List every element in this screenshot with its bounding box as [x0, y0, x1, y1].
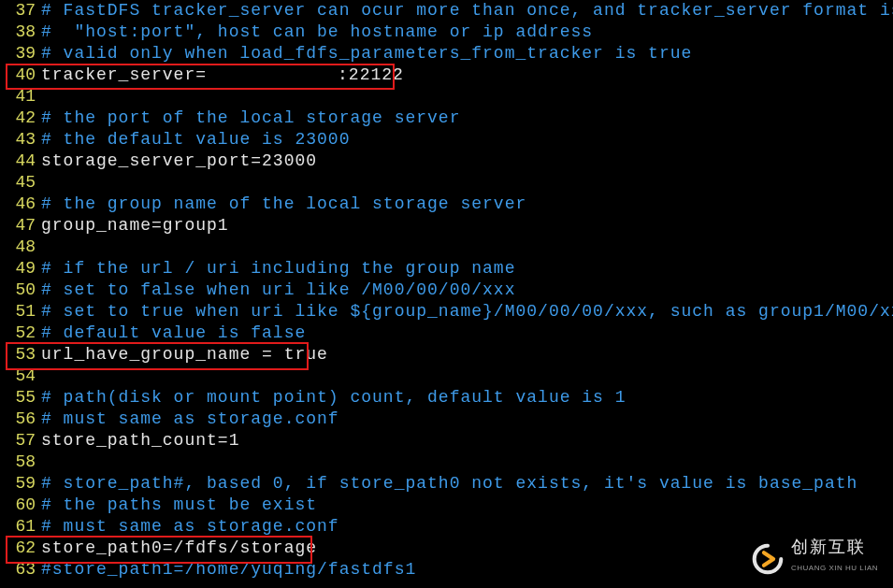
- code-content: # if the url / uri including the group n…: [41, 258, 515, 280]
- code-line: 59# store_path#, based 0, if store_path0…: [0, 473, 893, 495]
- line-number: 40: [0, 65, 41, 86]
- code-content: # default value is false: [41, 323, 306, 344]
- code-content: group_name=group1: [41, 215, 229, 237]
- code-line: 57store_path_count=1: [0, 430, 893, 452]
- code-line: 49# if the url / uri including the group…: [0, 258, 893, 280]
- line-number: 42: [0, 108, 41, 129]
- line-number: 63: [0, 559, 41, 581]
- redacted-block: [207, 69, 338, 86]
- code-line: 48: [0, 237, 893, 258]
- code-line: 39# valid only when load_fdfs_parameters…: [0, 43, 893, 65]
- line-number: 51: [0, 301, 41, 323]
- line-number: 62: [0, 538, 41, 559]
- line-number: 43: [0, 129, 41, 151]
- line-number: 60: [0, 495, 41, 516]
- line-number: 46: [0, 194, 41, 215]
- code-line: 40tracker_server=:22122: [0, 65, 893, 86]
- code-content: #store_path1=/home/yuqing/fastdfs1: [41, 559, 416, 581]
- code-line: 45: [0, 172, 893, 194]
- line-number: 59: [0, 473, 41, 495]
- logo-subtitle: CHUANG XIN HU LIAN: [791, 557, 878, 579]
- code-line: 38# "host:port", host can be hostname or…: [0, 22, 893, 43]
- code-content: storage_server_port=23000: [41, 151, 317, 172]
- code-line: 58: [0, 452, 893, 473]
- code-line: 54: [0, 366, 893, 387]
- code-line: 44storage_server_port=23000: [0, 151, 893, 172]
- code-line: 42# the port of the local storage server: [0, 108, 893, 129]
- line-number: 48: [0, 237, 41, 258]
- code-line: 60# the paths must be exist: [0, 495, 893, 516]
- code-content: # must same as storage.conf: [41, 516, 339, 538]
- logo-title: 创新互联: [791, 538, 878, 555]
- code-content: # FastDFS tracker_server can ocur more t…: [41, 0, 893, 22]
- code-editor[interactable]: 37# FastDFS tracker_server can ocur more…: [0, 0, 893, 588]
- line-number: 39: [0, 43, 41, 65]
- code-line: 41: [0, 86, 893, 108]
- code-line: 56# must same as storage.conf: [0, 409, 893, 430]
- code-content: # "host:port", host can be hostname or i…: [41, 22, 593, 43]
- code-line: 47group_name=group1: [0, 215, 893, 237]
- code-content: # set to true when uri like ${group_name…: [41, 301, 893, 323]
- code-content: # path(disk or mount point) count, defau…: [41, 387, 627, 409]
- line-number: 44: [0, 151, 41, 172]
- code-content: # store_path#, based 0, if store_path0 n…: [41, 473, 857, 495]
- code-line: 43# the default value is 23000: [0, 129, 893, 151]
- line-number: 56: [0, 409, 41, 430]
- code-line: 37# FastDFS tracker_server can ocur more…: [0, 0, 893, 22]
- line-number: 61: [0, 516, 41, 538]
- code-content: store_path_count=1: [41, 430, 239, 452]
- code-content: # must same as storage.conf: [41, 409, 339, 430]
- code-content: # the group name of the local storage se…: [41, 194, 526, 215]
- line-number: 55: [0, 387, 41, 409]
- code-content: # set to false when uri like /M00/00/00/…: [41, 280, 515, 301]
- code-content: # the default value is 23000: [41, 129, 350, 151]
- line-number: 53: [0, 344, 41, 366]
- line-number: 38: [0, 22, 41, 43]
- logo-mark-icon: [752, 543, 784, 575]
- line-number: 47: [0, 215, 41, 237]
- code-line: 53url_have_group_name = true: [0, 344, 893, 366]
- code-content: # valid only when load_fdfs_parameters_f…: [41, 43, 692, 65]
- code-line: 50# set to false when uri like /M00/00/0…: [0, 280, 893, 301]
- line-number: 37: [0, 0, 41, 22]
- line-number: 54: [0, 366, 41, 387]
- line-number: 45: [0, 172, 41, 194]
- code-content: # the port of the local storage server: [41, 108, 460, 129]
- line-number: 49: [0, 258, 41, 280]
- line-number: 52: [0, 323, 41, 344]
- code-line: 55# path(disk or mount point) count, def…: [0, 387, 893, 409]
- code-content: # the paths must be exist: [41, 495, 317, 516]
- code-line: 46# the group name of the local storage …: [0, 194, 893, 215]
- line-number: 58: [0, 452, 41, 473]
- code-content: url_have_group_name = true: [41, 344, 328, 366]
- code-line: 51# set to true when uri like ${group_na…: [0, 301, 893, 323]
- code-line: 61# must same as storage.conf: [0, 516, 893, 538]
- code-content: tracker_server=:22122: [41, 65, 404, 86]
- watermark-logo: 创新互联 CHUANG XIN HU LIAN: [752, 538, 878, 579]
- line-number: 41: [0, 86, 41, 108]
- code-content: store_path0=/fdfs/storage: [41, 538, 317, 559]
- line-number: 50: [0, 280, 41, 301]
- line-number: 57: [0, 430, 41, 452]
- code-line: 52# default value is false: [0, 323, 893, 344]
